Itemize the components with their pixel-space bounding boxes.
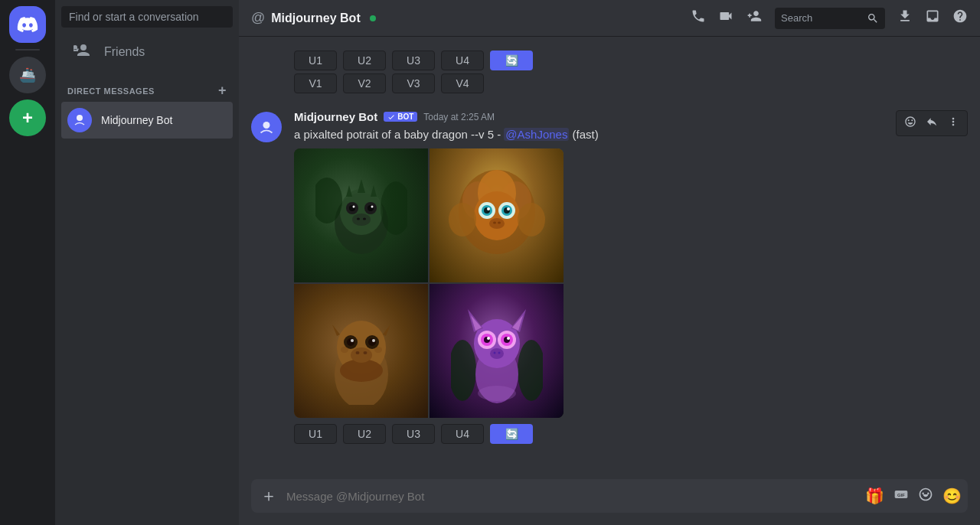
svg-point-51 bbox=[374, 347, 382, 353]
svg-marker-14 bbox=[358, 179, 365, 193]
message-input[interactable] bbox=[286, 490, 859, 503]
u4-button[interactable]: U4 bbox=[441, 424, 484, 444]
dragon-image-3[interactable] bbox=[294, 284, 428, 418]
message-author: Midjourney Bot bbox=[294, 110, 377, 123]
prev-message-section: U1 U2 U3 U4 🔄 V1 V2 V3 V4 bbox=[239, 49, 980, 98]
messages-area[interactable]: U1 U2 U3 U4 🔄 V1 V2 V3 V4 bbox=[239, 37, 980, 479]
svg-point-47 bbox=[351, 347, 372, 363]
midjourney-bot-name: Midjourney Bot bbox=[101, 114, 172, 126]
video-icon[interactable] bbox=[718, 8, 733, 28]
dm-item-midjourney-bot[interactable]: Midjourney Bot bbox=[61, 102, 233, 139]
gift-icon[interactable]: 🎁 bbox=[865, 487, 884, 505]
dragon-image-4[interactable] bbox=[430, 284, 564, 418]
svg-point-30 bbox=[507, 207, 510, 210]
add-friend-icon[interactable] bbox=[746, 8, 763, 28]
svg-point-29 bbox=[487, 207, 490, 210]
help-icon[interactable] bbox=[952, 8, 968, 28]
svg-point-45 bbox=[351, 339, 354, 342]
input-area: ＋ 🎁 GIF 😊 bbox=[239, 479, 980, 525]
svg-point-49 bbox=[363, 351, 367, 354]
server-icon-add[interactable]: + bbox=[9, 99, 46, 136]
midjourney-message: Midjourney Bot BOT Today at 2:25 AM a pi… bbox=[239, 104, 980, 453]
u2-button[interactable]: U2 bbox=[343, 424, 386, 444]
midjourney-bot-avatar-msg bbox=[251, 112, 282, 142]
svg-point-31 bbox=[489, 218, 505, 229]
svg-point-43 bbox=[347, 338, 354, 346]
dm-channel-icon: @ bbox=[251, 10, 265, 26]
u3-button[interactable]: U3 bbox=[392, 424, 435, 444]
svg-point-68 bbox=[490, 348, 504, 359]
inbox-icon[interactable] bbox=[925, 8, 940, 28]
svg-point-53 bbox=[518, 340, 543, 401]
prev-v2-button[interactable]: V2 bbox=[343, 73, 386, 93]
svg-point-33 bbox=[498, 221, 501, 223]
refresh-button[interactable]: 🔄 bbox=[490, 424, 533, 444]
svg-point-0 bbox=[77, 115, 83, 121]
dragon-image-1[interactable] bbox=[294, 148, 428, 282]
prev-button-row-2: V1 V2 V3 V4 bbox=[294, 73, 925, 93]
server-icon-boat[interactable]: 🚢 bbox=[9, 57, 46, 93]
online-status-dot bbox=[370, 15, 376, 21]
friends-item[interactable]: Friends bbox=[61, 34, 233, 70]
download-icon[interactable] bbox=[897, 8, 913, 28]
search-bar-text: Search bbox=[781, 12, 862, 24]
dm-search-box[interactable]: Find or start a conversation bbox=[61, 6, 233, 28]
prev-v1-button[interactable]: V1 bbox=[294, 73, 337, 93]
svg-point-71 bbox=[478, 386, 516, 401]
input-actions: 🎁 GIF 😊 bbox=[865, 487, 962, 506]
svg-marker-40 bbox=[383, 324, 390, 336]
prev-button-row-1: U1 U2 U3 U4 🔄 bbox=[294, 51, 925, 70]
svg-point-52 bbox=[451, 340, 476, 401]
message-header: Midjourney Bot BOT Today at 2:25 AM bbox=[294, 110, 968, 123]
prev-u3-button[interactable]: U3 bbox=[392, 51, 435, 70]
react-icon[interactable] bbox=[901, 114, 920, 132]
dm-section-label: DIRECT MESSAGES bbox=[67, 86, 155, 96]
svg-point-1 bbox=[263, 122, 270, 129]
svg-point-70 bbox=[498, 351, 500, 354]
message-mention: @AshJones bbox=[504, 128, 569, 141]
dragon-face-1 bbox=[294, 148, 428, 282]
message-timestamp: Today at 2:25 AM bbox=[423, 112, 495, 122]
message-text-prefix: a pixalted potrait of a baby dragon --v … bbox=[294, 128, 504, 141]
svg-point-44 bbox=[368, 338, 376, 346]
message-input-box: ＋ 🎁 GIF 😊 bbox=[251, 479, 968, 513]
dm-section-header: DIRECT MESSAGES + bbox=[55, 70, 239, 102]
main-content: @ Midjourney Bot Search bbox=[239, 0, 980, 525]
input-add-button[interactable]: ＋ bbox=[257, 481, 280, 510]
server-bar: 🚢 + bbox=[0, 0, 55, 525]
dm-add-button[interactable]: + bbox=[218, 83, 227, 99]
prev-v4-button[interactable]: V4 bbox=[441, 73, 484, 93]
dragon-face-2 bbox=[430, 148, 564, 282]
image-grid bbox=[294, 148, 564, 418]
prev-v3-button[interactable]: V3 bbox=[392, 73, 435, 93]
message-text: a pixalted potrait of a baby dragon --v … bbox=[294, 126, 968, 142]
svg-point-32 bbox=[493, 221, 496, 223]
svg-point-48 bbox=[355, 351, 359, 354]
reply-icon[interactable] bbox=[923, 114, 941, 132]
search-bar[interactable]: Search bbox=[775, 8, 885, 29]
svg-marker-15 bbox=[371, 185, 377, 197]
svg-point-66 bbox=[487, 337, 490, 340]
svg-point-67 bbox=[507, 337, 510, 340]
emoji-icon[interactable]: 😊 bbox=[942, 487, 962, 505]
prev-u2-button[interactable]: U2 bbox=[343, 51, 386, 70]
prev-u4-button[interactable]: U4 bbox=[441, 51, 484, 70]
call-icon[interactable] bbox=[691, 8, 706, 28]
u1-button[interactable]: U1 bbox=[294, 424, 337, 444]
svg-point-34 bbox=[449, 203, 476, 236]
more-actions-icon[interactable] bbox=[944, 114, 962, 132]
header-actions: Search bbox=[691, 8, 968, 29]
sticker-icon[interactable] bbox=[918, 487, 933, 506]
prev-refresh-button[interactable]: 🔄 bbox=[490, 51, 533, 70]
message-text-suffix: (fast) bbox=[569, 128, 598, 141]
svg-point-35 bbox=[518, 203, 545, 236]
svg-marker-13 bbox=[346, 185, 352, 197]
svg-text:GIF: GIF bbox=[897, 493, 905, 497]
prev-u1-button[interactable]: U1 bbox=[294, 51, 337, 70]
dragon-image-2[interactable] bbox=[430, 148, 564, 282]
message-actions bbox=[896, 110, 968, 136]
discord-home-button[interactable] bbox=[9, 6, 46, 43]
svg-point-50 bbox=[341, 347, 348, 353]
gif-icon[interactable]: GIF bbox=[893, 487, 909, 506]
svg-point-69 bbox=[493, 351, 495, 354]
